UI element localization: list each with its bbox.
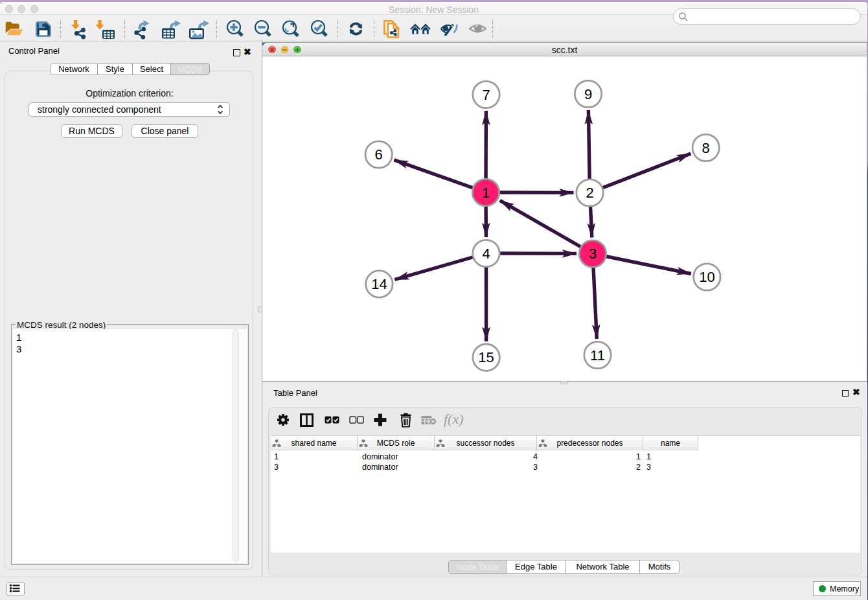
svg-text:2: 2: [586, 185, 593, 201]
svg-text:14: 14: [371, 276, 387, 292]
svg-text:1: 1: [482, 185, 490, 201]
svg-text:8: 8: [702, 140, 710, 156]
svg-text:4: 4: [482, 246, 490, 262]
svg-text:9: 9: [584, 86, 592, 102]
svg-text:15: 15: [478, 349, 494, 365]
svg-text:11: 11: [590, 347, 605, 363]
svg-text:6: 6: [375, 146, 383, 163]
svg-text:3: 3: [589, 246, 597, 262]
svg-text:10: 10: [699, 269, 714, 285]
svg-text:7: 7: [482, 87, 490, 103]
